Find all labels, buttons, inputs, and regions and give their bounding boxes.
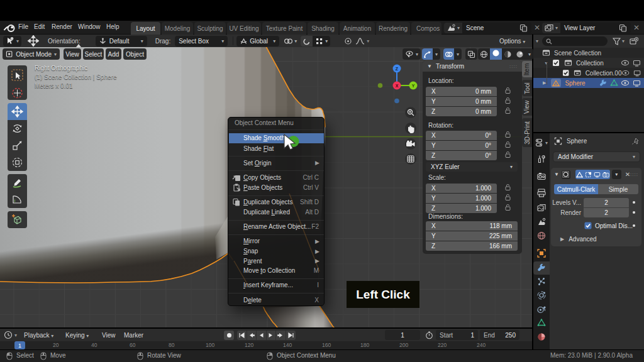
svg-text:Y: Y: [412, 84, 415, 88]
svg-text:X: X: [396, 84, 399, 88]
svg-text:Z: Z: [396, 67, 399, 71]
